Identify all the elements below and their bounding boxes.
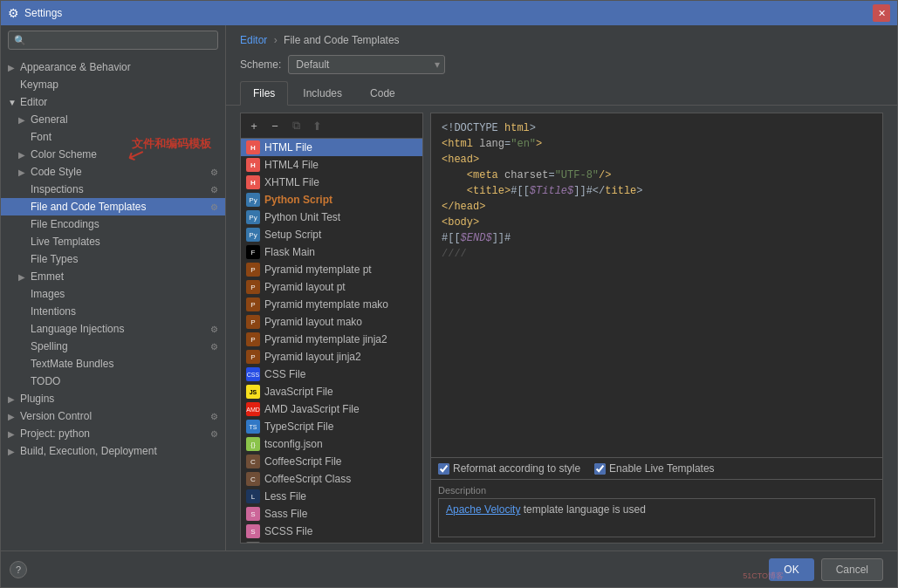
search-input[interactable] [30, 34, 212, 46]
sidebar-item-images[interactable]: Images [1, 285, 225, 303]
sidebar-item-keymap[interactable]: Keymap [1, 76, 225, 93]
file-item-ts[interactable]: TS TypeScript File [241, 418, 422, 435]
sidebar-item-file-code-templates[interactable]: File and Code Templates ⚙ [1, 198, 225, 215]
file-item-xhtml[interactable]: H XHTML File [241, 174, 422, 191]
tab-files[interactable]: Files [240, 81, 288, 106]
sidebar-item-file-types[interactable]: File Types [1, 250, 225, 268]
sidebar-item-project-python[interactable]: ▶ Project: python ⚙ [1, 425, 225, 442]
sidebar-item-label: Language Injections [31, 323, 207, 335]
description-rest: template language is used [520, 503, 645, 516]
python-icon: Py [246, 228, 260, 242]
sidebar-item-appearance[interactable]: ▶ Appearance & Behavior [1, 58, 225, 76]
file-item-pyramid-layout-mako[interactable]: P Pyramid layout mako [241, 313, 422, 331]
sidebar-item-color-scheme[interactable]: ▶ Color Scheme [1, 146, 225, 163]
sidebar-item-language-injections[interactable]: Language Injections ⚙ [1, 320, 225, 338]
sidebar-item-code-style[interactable]: ▶ Code Style ⚙ [1, 163, 225, 181]
sidebar-item-inspections[interactable]: Inspections ⚙ [1, 181, 225, 198]
file-item-amd-js[interactable]: AMD AMD JavaScript File [241, 400, 422, 418]
cancel-button[interactable]: Cancel [821, 558, 883, 581]
sidebar-item-editor[interactable]: ▼ Editor [1, 93, 225, 111]
help-button[interactable]: ? [10, 561, 27, 578]
file-item-js[interactable]: JS JavaScript File [241, 383, 422, 400]
search-box[interactable]: 🔍 [8, 31, 218, 50]
scss-icon: S [246, 524, 260, 538]
sidebar-item-label: Editor [20, 96, 218, 108]
close-button[interactable]: ✕ [873, 4, 890, 22]
stylus-icon: St [246, 542, 260, 543]
sidebar-item-general[interactable]: ▶ General [1, 111, 225, 128]
arrow-icon: ▶ [18, 272, 29, 282]
sidebar-item-emmet[interactable]: ▶ Emmet [1, 268, 225, 285]
coffee-icon: C [246, 455, 260, 468]
file-item-flask-main[interactable]: F Flask Main [241, 243, 422, 261]
file-name: Setup Script [264, 229, 321, 241]
copy-template-button[interactable]: ⧉ [286, 116, 305, 135]
code-line: <html lang="en"> [442, 136, 872, 152]
gear-icon: ⚙ [210, 202, 218, 212]
sidebar-item-intentions[interactable]: Intentions [1, 303, 225, 320]
file-item-pyramid-mytemplate-mako[interactable]: P Pyramid mytemplate mako [241, 296, 422, 313]
sidebar-item-live-templates[interactable]: Live Templates [1, 233, 225, 250]
arrow-icon: ▶ [8, 447, 18, 456]
file-item-html4[interactable]: H HTML4 File [241, 156, 422, 174]
settings-icon: ⚙ [8, 6, 19, 20]
scheme-select[interactable]: Default [288, 55, 445, 74]
file-item-tsconfig[interactable]: {} tsconfig.json [241, 435, 422, 453]
file-item-less[interactable]: L Less File [241, 488, 422, 505]
add-template-button[interactable]: + [244, 116, 264, 135]
sidebar-item-label: Build, Execution, Deployment [20, 445, 218, 457]
tab-includes[interactable]: Includes [290, 81, 355, 105]
move-template-button[interactable]: ⬆ [307, 116, 326, 135]
code-line: </head> [442, 199, 872, 215]
arrow-icon: ▶ [18, 168, 29, 177]
file-item-stylus[interactable]: St Stylus File [241, 540, 422, 543]
pyramid-icon: P [246, 297, 260, 311]
sidebar-item-version-control[interactable]: ▶ Version Control ⚙ [1, 407, 225, 425]
python-icon: Py [246, 210, 260, 224]
file-name: Python Unit Test [264, 211, 340, 223]
sidebar-item-label: Images [31, 288, 218, 300]
remove-template-button[interactable]: − [265, 116, 284, 135]
apache-velocity-link[interactable]: Apache Velocity [446, 503, 520, 516]
file-item-scss[interactable]: S SCSS File [241, 523, 422, 540]
sidebar-item-font[interactable]: Font [1, 128, 225, 146]
sidebar-item-label: TODO [31, 375, 218, 387]
file-item-python-unit-test[interactable]: Py Python Unit Test [241, 209, 422, 226]
file-item-pyramid-mytemplate-jinja2[interactable]: P Pyramid mytemplate jinja2 [241, 331, 422, 348]
file-item-html[interactable]: H HTML File [241, 139, 422, 156]
file-item-css[interactable]: CSS CSS File [241, 366, 422, 383]
reformat-checkbox[interactable] [438, 463, 449, 475]
sidebar-item-label: Keymap [20, 79, 218, 91]
arrow-icon: ▶ [18, 115, 29, 125]
file-item-pyramid-mytemplate-pt[interactable]: P Pyramid mytemplate pt [241, 261, 422, 278]
file-item-setup-script[interactable]: Py Setup Script [241, 226, 422, 243]
file-name: Pyramid mytemplate pt [264, 263, 372, 276]
reformat-checkbox-label[interactable]: Reformat according to style [438, 462, 580, 475]
code-editor[interactable]: <!DOCTYPE html> <html lang="en"> <head> … [431, 113, 882, 457]
sidebar-item-todo[interactable]: TODO [1, 373, 225, 390]
sidebar-item-label: Spelling [31, 340, 207, 352]
ok-button[interactable]: OK [769, 558, 813, 581]
sidebar-item-textmate-bundles[interactable]: TextMate Bundles [1, 355, 225, 373]
file-item-python-script[interactable]: Py Python Script [241, 191, 422, 209]
sidebar-item-label: Plugins [20, 393, 218, 405]
file-name: Pyramid mytemplate jinja2 [264, 333, 387, 345]
scheme-select-wrapper[interactable]: Default [288, 55, 445, 74]
sidebar-item-file-encodings[interactable]: File Encodings [1, 215, 225, 233]
breadcrumb-parent[interactable]: Editor [240, 34, 267, 46]
live-templates-checkbox-label[interactable]: Enable Live Templates [594, 462, 715, 475]
live-templates-checkbox[interactable] [594, 463, 606, 475]
arrow-icon: ▼ [8, 98, 18, 107]
pyramid-icon: P [246, 315, 260, 329]
tab-code[interactable]: Code [357, 81, 408, 105]
file-item-coffee[interactable]: C CoffeeScript File [241, 453, 422, 470]
file-item-pyramid-layout-jinja2[interactable]: P Pyramid layout jinja2 [241, 348, 422, 366]
sidebar-item-spelling[interactable]: Spelling ⚙ [1, 338, 225, 355]
file-item-sass[interactable]: S Sass File [241, 505, 422, 523]
file-item-coffee-class[interactable]: C CoffeeScript Class [241, 470, 422, 488]
gear-icon: ⚙ [210, 429, 218, 439]
file-item-pyramid-layout-pt[interactable]: P Pyramid layout pt [241, 278, 422, 296]
sidebar-item-plugins[interactable]: ▶ Plugins [1, 390, 225, 407]
sidebar-item-build-exec[interactable]: ▶ Build, Execution, Deployment [1, 442, 225, 460]
description-label: Description [438, 485, 875, 496]
